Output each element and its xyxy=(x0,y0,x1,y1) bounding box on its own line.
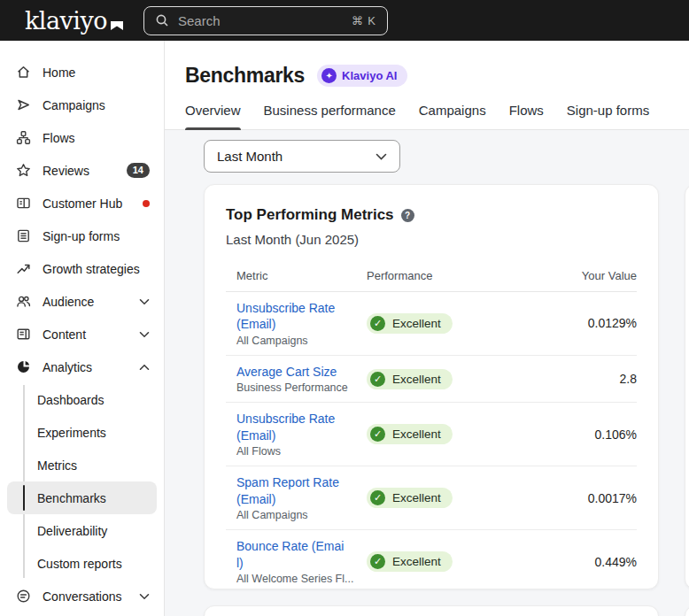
sidebar-item-reviews[interactable]: Reviews 14 xyxy=(0,154,164,187)
sidebar-item-label: Conversations xyxy=(43,589,122,604)
star-icon xyxy=(16,163,31,178)
metric-scope: All Welcome Series Fl... xyxy=(236,573,367,585)
table-row: Bounce Rate (Email) All Welcome Series F… xyxy=(226,530,637,593)
reviews-count-badge: 14 xyxy=(127,163,150,178)
sidebar-item-home[interactable]: Home xyxy=(0,56,164,89)
metric-link[interactable]: Spam Report Rate (Email) xyxy=(236,474,350,507)
flow-icon xyxy=(16,130,31,145)
audience-icon xyxy=(16,294,31,309)
tab-campaigns[interactable]: Campaigns xyxy=(419,103,486,129)
adjacent-card-partial xyxy=(685,184,689,589)
metric-scope: All Flows xyxy=(236,445,367,458)
content-area: Last Month Top Performing Metrics ? Last… xyxy=(165,130,689,616)
performance-badge: ✓ Excellent xyxy=(367,488,453,508)
metric-scope: All Campaigns xyxy=(236,335,367,347)
next-side-card-partial xyxy=(685,605,689,616)
metric-value: 2.8 xyxy=(526,372,637,386)
metric-link[interactable]: Unsubscribe Rate (Email) xyxy=(236,300,350,333)
search-icon xyxy=(155,13,169,27)
sidebar-item-content[interactable]: Content xyxy=(0,318,164,350)
sidebar-item-label: Custom reports xyxy=(37,557,122,571)
sidebar-item-conversations[interactable]: Conversations xyxy=(0,580,164,612)
column-header-metric: Metric xyxy=(236,269,367,282)
metric-value: 0.449% xyxy=(526,555,637,569)
sidebar-item-label: Home xyxy=(43,65,75,80)
performance-badge: ✓ Excellent xyxy=(367,369,453,389)
sidebar-item-metrics[interactable]: Metrics xyxy=(0,449,164,481)
sidebar-item-label: Audience xyxy=(43,295,94,309)
help-icon[interactable]: ? xyxy=(401,209,414,222)
performance-badge: ✓ Excellent xyxy=(367,313,453,334)
column-header-your-value: Your Value xyxy=(526,269,637,282)
sidebar-item-analytics[interactable]: Analytics xyxy=(0,350,164,383)
page-header: Benchmarks ✦ Klaviyo AI Overview Busines… xyxy=(165,41,689,130)
check-icon: ✓ xyxy=(370,372,385,387)
sidebar-item-flows[interactable]: Flows xyxy=(0,121,164,154)
chevron-down-icon xyxy=(139,298,150,305)
analytics-icon xyxy=(16,359,31,374)
check-icon: ✓ xyxy=(370,490,385,505)
metric-scope: Business Performance xyxy=(236,381,367,394)
sidebar-item-custom-reports[interactable]: Custom reports xyxy=(0,547,164,580)
table-row: Unsubscribe Rate (Email) All Flows ✓ Exc… xyxy=(226,403,637,466)
table-row: Spam Report Rate (Email) All Campaigns ✓… xyxy=(226,466,637,530)
form-icon xyxy=(16,228,31,243)
sidebar-item-label: Growth strategies xyxy=(43,262,140,276)
customer-hub-icon xyxy=(16,196,31,211)
metric-link[interactable]: Bounce Rate (Email) xyxy=(236,538,350,571)
sidebar-item-campaigns[interactable]: Campaigns xyxy=(0,89,164,121)
sidebar-item-label: Reviews xyxy=(43,164,89,178)
sidebar-item-label: Flows xyxy=(43,131,75,145)
top-bar: klaviyo Search ⌘ K xyxy=(0,0,689,41)
performance-badge: ✓ Excellent xyxy=(367,424,453,444)
benchmarks-tabs: Overview Business performance Campaigns … xyxy=(185,103,689,129)
chevron-up-icon xyxy=(139,364,150,371)
sparkle-icon: ✦ xyxy=(321,68,337,83)
card-subtitle: Last Month (Jun 2025) xyxy=(226,232,637,247)
performance-badge: ✓ Excellent xyxy=(367,551,453,572)
sidebar-item-label: Deliverability xyxy=(37,524,107,538)
tab-signup-forms[interactable]: Sign-up forms xyxy=(567,103,649,129)
sidebar-item-label: Analytics xyxy=(43,360,92,374)
metric-value: 0.106% xyxy=(526,427,637,442)
sidebar-item-signup-forms[interactable]: Sign-up forms xyxy=(0,219,164,252)
sidebar-item-audience[interactable]: Audience xyxy=(0,285,164,318)
content-icon xyxy=(16,327,31,342)
klaviyo-ai-badge-label: Klaviyo AI xyxy=(342,69,397,82)
main-area: Benchmarks ✦ Klaviyo AI Overview Busines… xyxy=(165,41,689,616)
chevron-down-icon xyxy=(139,593,150,600)
klaviyo-flag-icon xyxy=(111,10,123,34)
page-title: Benchmarks xyxy=(185,64,305,88)
time-period-select[interactable]: Last Month xyxy=(204,140,400,173)
sidebar-item-label: Dashboards xyxy=(37,393,105,407)
sidebar-item-benchmarks[interactable]: Benchmarks xyxy=(7,481,157,514)
klaviyo-logo[interactable]: klaviyo xyxy=(25,9,123,33)
analytics-submenu: Dashboards Experiments Metrics Benchmark… xyxy=(0,383,164,580)
metrics-table: Metric Performance Your Value Unsubscrib… xyxy=(226,269,637,593)
metric-value: 0.0017% xyxy=(526,491,637,505)
tab-overview[interactable]: Overview xyxy=(185,103,241,129)
sidebar-item-label: Benchmarks xyxy=(37,491,106,505)
klaviyo-ai-badge: ✦ Klaviyo AI xyxy=(317,65,407,87)
top-performing-metrics-card: Top Performing Metrics ? Last Month (Jun… xyxy=(204,184,659,589)
sidebar-item-growth-strategies[interactable]: Growth strategies xyxy=(0,252,164,285)
sidebar-item-deliverability[interactable]: Deliverability xyxy=(0,514,164,547)
table-row: Average Cart Size Business Performance ✓… xyxy=(226,356,637,403)
search-input[interactable]: Search ⌘ K xyxy=(143,6,388,35)
sidebar: Home Campaigns Flows xyxy=(0,41,165,616)
tab-flows[interactable]: Flows xyxy=(509,103,544,129)
metric-link[interactable]: Average Cart Size xyxy=(236,364,350,380)
search-shortcut: ⌘ K xyxy=(352,14,376,27)
sidebar-item-label: Campaigns xyxy=(43,98,105,112)
sidebar-item-label: Sign-up forms xyxy=(43,229,120,243)
card-title: Top Performing Metrics xyxy=(226,206,394,224)
tab-business-performance[interactable]: Business performance xyxy=(264,103,396,129)
sidebar-item-customer-hub[interactable]: Customer Hub xyxy=(0,187,164,219)
sidebar-item-experiments[interactable]: Experiments xyxy=(0,416,164,449)
growth-icon xyxy=(16,261,31,276)
sidebar-item-label: Content xyxy=(43,327,86,342)
sidebar-item-dashboards[interactable]: Dashboards xyxy=(0,383,164,416)
table-header: Metric Performance Your Value xyxy=(226,269,637,292)
metric-link[interactable]: Unsubscribe Rate (Email) xyxy=(236,411,350,443)
sidebar-item-label: Customer Hub xyxy=(43,196,122,211)
